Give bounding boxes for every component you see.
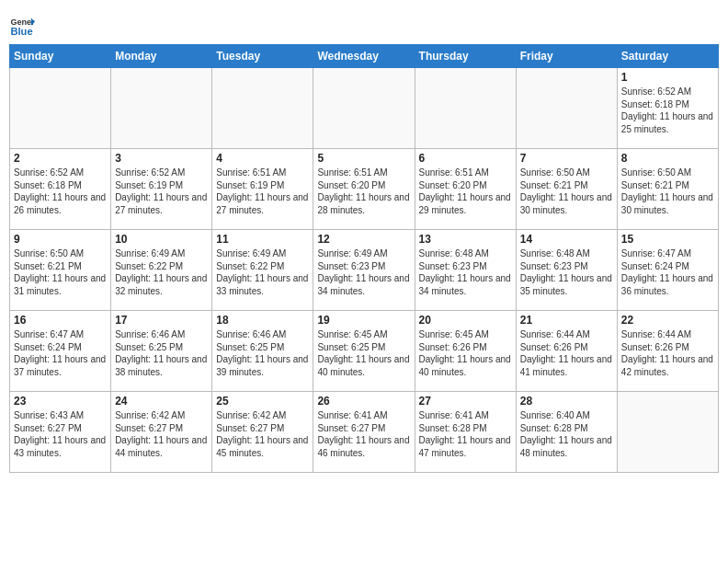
calendar-cell: 11Sunrise: 6:49 AM Sunset: 6:22 PM Dayli… (212, 230, 313, 311)
calendar-cell: 16Sunrise: 6:47 AM Sunset: 6:24 PM Dayli… (10, 311, 111, 392)
calendar-cell: 15Sunrise: 6:47 AM Sunset: 6:24 PM Dayli… (617, 230, 718, 311)
day-info: Sunrise: 6:42 AM Sunset: 6:27 PM Dayligh… (115, 409, 208, 459)
col-header-saturday: Saturday (617, 45, 718, 68)
day-number: 7 (520, 152, 613, 165)
calendar-cell: 24Sunrise: 6:42 AM Sunset: 6:27 PM Dayli… (111, 392, 212, 473)
day-number: 19 (317, 314, 410, 327)
day-info: Sunrise: 6:51 AM Sunset: 6:19 PM Dayligh… (216, 167, 309, 216)
calendar-cell: 21Sunrise: 6:44 AM Sunset: 6:26 PM Dayli… (516, 311, 617, 392)
day-info: Sunrise: 6:52 AM Sunset: 6:19 PM Dayligh… (115, 167, 208, 216)
day-info: Sunrise: 6:42 AM Sunset: 6:27 PM Dayligh… (216, 409, 309, 459)
day-number: 25 (216, 395, 309, 408)
day-number: 23 (14, 395, 107, 408)
calendar-cell: 5Sunrise: 6:51 AM Sunset: 6:20 PM Daylig… (313, 149, 415, 230)
day-number: 11 (216, 233, 309, 246)
day-info: Sunrise: 6:48 AM Sunset: 6:23 PM Dayligh… (520, 247, 613, 297)
day-number: 6 (419, 152, 512, 165)
calendar-cell: 1Sunrise: 6:52 AM Sunset: 6:18 PM Daylig… (617, 68, 718, 149)
calendar-cell (212, 68, 313, 149)
day-info: Sunrise: 6:44 AM Sunset: 6:26 PM Dayligh… (520, 328, 613, 378)
day-number: 27 (419, 395, 512, 408)
day-info: Sunrise: 6:47 AM Sunset: 6:24 PM Dayligh… (621, 247, 714, 297)
calendar-cell: 3Sunrise: 6:52 AM Sunset: 6:19 PM Daylig… (111, 149, 212, 230)
day-number: 15 (621, 233, 714, 246)
calendar-cell: 17Sunrise: 6:46 AM Sunset: 6:25 PM Dayli… (111, 311, 212, 392)
calendar-cell: 7Sunrise: 6:50 AM Sunset: 6:21 PM Daylig… (516, 149, 617, 230)
day-number: 28 (520, 395, 613, 408)
calendar-cell: 6Sunrise: 6:51 AM Sunset: 6:20 PM Daylig… (415, 149, 516, 230)
calendar-cell: 8Sunrise: 6:50 AM Sunset: 6:21 PM Daylig… (617, 149, 718, 230)
calendar-cell: 25Sunrise: 6:42 AM Sunset: 6:27 PM Dayli… (212, 392, 313, 473)
day-number: 2 (14, 152, 107, 165)
week-row-5: 23Sunrise: 6:43 AM Sunset: 6:27 PM Dayli… (10, 392, 719, 473)
calendar-cell (617, 392, 718, 473)
day-info: Sunrise: 6:40 AM Sunset: 6:28 PM Dayligh… (520, 409, 613, 459)
col-header-wednesday: Wednesday (313, 45, 415, 68)
day-info: Sunrise: 6:51 AM Sunset: 6:20 PM Dayligh… (317, 167, 410, 216)
day-info: Sunrise: 6:45 AM Sunset: 6:26 PM Dayligh… (419, 328, 512, 378)
page-header: General Blue (9, 9, 719, 39)
calendar-cell (10, 68, 111, 149)
day-number: 8 (621, 152, 714, 165)
col-header-friday: Friday (516, 45, 617, 68)
calendar-cell: 26Sunrise: 6:41 AM Sunset: 6:27 PM Dayli… (313, 392, 415, 473)
day-number: 17 (115, 314, 208, 327)
col-header-thursday: Thursday (415, 45, 516, 68)
logo: General Blue (9, 13, 39, 39)
calendar-cell: 2Sunrise: 6:52 AM Sunset: 6:18 PM Daylig… (10, 149, 111, 230)
day-info: Sunrise: 6:50 AM Sunset: 6:21 PM Dayligh… (14, 247, 107, 297)
day-info: Sunrise: 6:45 AM Sunset: 6:25 PM Dayligh… (317, 328, 410, 378)
day-number: 5 (317, 152, 410, 165)
day-number: 24 (115, 395, 208, 408)
day-number: 13 (419, 233, 512, 246)
day-number: 12 (317, 233, 410, 246)
day-number: 21 (520, 314, 613, 327)
day-info: Sunrise: 6:49 AM Sunset: 6:23 PM Dayligh… (317, 247, 410, 297)
day-info: Sunrise: 6:48 AM Sunset: 6:23 PM Dayligh… (419, 247, 512, 297)
calendar-cell: 27Sunrise: 6:41 AM Sunset: 6:28 PM Dayli… (415, 392, 516, 473)
day-info: Sunrise: 6:51 AM Sunset: 6:20 PM Dayligh… (419, 167, 512, 216)
day-number: 4 (216, 152, 309, 165)
calendar-cell: 10Sunrise: 6:49 AM Sunset: 6:22 PM Dayli… (111, 230, 212, 311)
calendar-cell: 9Sunrise: 6:50 AM Sunset: 6:21 PM Daylig… (10, 230, 111, 311)
calendar-cell: 19Sunrise: 6:45 AM Sunset: 6:25 PM Dayli… (313, 311, 415, 392)
day-number: 3 (115, 152, 208, 165)
day-headers-row: SundayMondayTuesdayWednesdayThursdayFrid… (10, 45, 719, 68)
calendar-cell (111, 68, 212, 149)
calendar-cell: 20Sunrise: 6:45 AM Sunset: 6:26 PM Dayli… (415, 311, 516, 392)
calendar-cell: 18Sunrise: 6:46 AM Sunset: 6:25 PM Dayli… (212, 311, 313, 392)
calendar-cell: 22Sunrise: 6:44 AM Sunset: 6:26 PM Dayli… (617, 311, 718, 392)
day-info: Sunrise: 6:49 AM Sunset: 6:22 PM Dayligh… (115, 247, 208, 297)
logo-icon: General Blue (9, 13, 35, 39)
day-number: 26 (317, 395, 410, 408)
week-row-3: 9Sunrise: 6:50 AM Sunset: 6:21 PM Daylig… (10, 230, 719, 311)
calendar-cell: 13Sunrise: 6:48 AM Sunset: 6:23 PM Dayli… (415, 230, 516, 311)
day-number: 22 (621, 314, 714, 327)
day-info: Sunrise: 6:41 AM Sunset: 6:27 PM Dayligh… (317, 409, 410, 459)
day-number: 1 (621, 71, 714, 84)
day-info: Sunrise: 6:49 AM Sunset: 6:22 PM Dayligh… (216, 247, 309, 297)
day-info: Sunrise: 6:43 AM Sunset: 6:27 PM Dayligh… (14, 409, 107, 459)
day-info: Sunrise: 6:47 AM Sunset: 6:24 PM Dayligh… (14, 328, 107, 378)
calendar-cell (516, 68, 617, 149)
day-number: 14 (520, 233, 613, 246)
day-info: Sunrise: 6:41 AM Sunset: 6:28 PM Dayligh… (419, 409, 512, 459)
day-number: 18 (216, 314, 309, 327)
day-info: Sunrise: 6:50 AM Sunset: 6:21 PM Dayligh… (520, 167, 613, 216)
week-row-4: 16Sunrise: 6:47 AM Sunset: 6:24 PM Dayli… (10, 311, 719, 392)
col-header-tuesday: Tuesday (212, 45, 313, 68)
col-header-monday: Monday (111, 45, 212, 68)
day-info: Sunrise: 6:50 AM Sunset: 6:21 PM Dayligh… (621, 167, 714, 216)
day-number: 10 (115, 233, 208, 246)
day-info: Sunrise: 6:52 AM Sunset: 6:18 PM Dayligh… (14, 167, 107, 216)
day-info: Sunrise: 6:52 AM Sunset: 6:18 PM Dayligh… (621, 86, 714, 135)
col-header-sunday: Sunday (10, 45, 111, 68)
day-info: Sunrise: 6:46 AM Sunset: 6:25 PM Dayligh… (115, 328, 208, 378)
calendar-cell (313, 68, 415, 149)
calendar-cell: 12Sunrise: 6:49 AM Sunset: 6:23 PM Dayli… (313, 230, 415, 311)
calendar-cell: 23Sunrise: 6:43 AM Sunset: 6:27 PM Dayli… (10, 392, 111, 473)
week-row-1: 1Sunrise: 6:52 AM Sunset: 6:18 PM Daylig… (10, 68, 719, 149)
day-info: Sunrise: 6:46 AM Sunset: 6:25 PM Dayligh… (216, 328, 309, 378)
calendar-cell: 28Sunrise: 6:40 AM Sunset: 6:28 PM Dayli… (516, 392, 617, 473)
calendar-table: SundayMondayTuesdayWednesdayThursdayFrid… (9, 44, 719, 473)
